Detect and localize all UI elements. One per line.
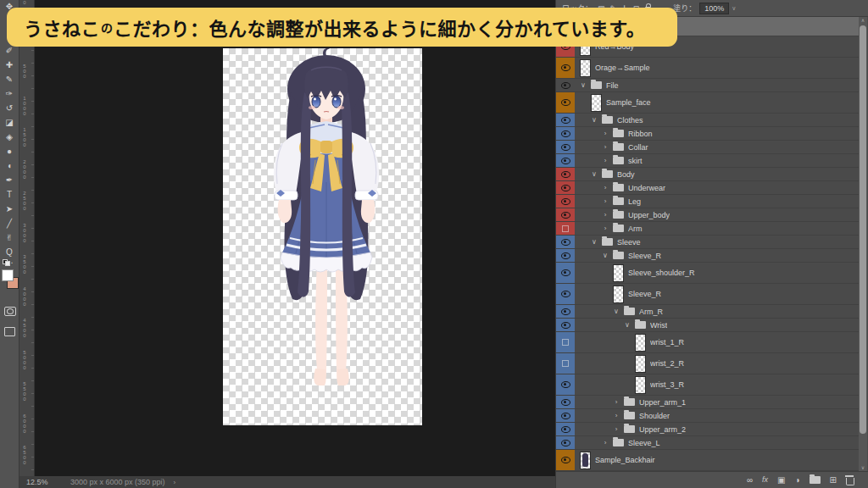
visibility-chip[interactable] (556, 332, 575, 352)
visibility-chip[interactable] (556, 141, 575, 153)
visibility-chip[interactable] (556, 436, 575, 449)
path-select-tool-icon[interactable]: ➤ (0, 203, 19, 215)
eye-hidden-icon[interactable] (562, 225, 569, 232)
default-colors-icon[interactable] (3, 259, 10, 265)
layer-row[interactable]: ›Underwear (556, 181, 859, 195)
document-canvas[interactable] (223, 48, 422, 425)
layer-row[interactable]: ›Arm (556, 222, 859, 236)
layer-row[interactable]: wrist_2_R (556, 353, 859, 374)
visibility-chip[interactable] (556, 409, 575, 422)
link-layers-icon[interactable]: ∞ (747, 476, 753, 485)
chevron-right-icon[interactable]: › (613, 425, 620, 433)
visibility-chip[interactable] (556, 114, 575, 126)
eye-visible-icon[interactable] (561, 185, 570, 191)
visibility-chip[interactable] (556, 92, 575, 113)
visibility-chip[interactable] (556, 423, 575, 435)
layer-row[interactable]: ∨Sleeve (556, 236, 859, 249)
layer-row[interactable]: ›Upper_arm_1 (556, 396, 859, 409)
layer-row[interactable]: ∨Body (556, 168, 859, 181)
chevron-down-icon[interactable]: ∨ (624, 321, 631, 329)
visibility-chip[interactable] (556, 319, 575, 331)
eye-visible-icon[interactable] (561, 440, 570, 446)
chevron-right-icon[interactable]: › (602, 157, 609, 164)
eye-visible-icon[interactable] (561, 99, 570, 106)
eye-hidden-icon[interactable] (562, 339, 569, 346)
eye-visible-icon[interactable] (561, 381, 570, 388)
layer-thumbnail[interactable] (580, 59, 591, 77)
eye-visible-icon[interactable] (561, 82, 570, 89)
delete-layer-icon[interactable] (846, 478, 854, 485)
eye-visible-icon[interactable] (561, 171, 570, 178)
chevron-right-icon[interactable]: › (602, 143, 609, 151)
eye-visible-icon[interactable] (561, 158, 570, 164)
chevron-right-icon[interactable]: › (613, 398, 620, 406)
layer-mask-icon[interactable]: ▣ (777, 476, 785, 485)
layer-row[interactable]: ›Ribbon (556, 127, 859, 141)
eye-visible-icon[interactable] (561, 291, 570, 297)
dodge-tool-icon[interactable]: ◖ (0, 160, 19, 172)
chevron-down-icon[interactable]: ∨ (602, 252, 609, 259)
layer-row[interactable]: Sample_Backhair (556, 450, 859, 471)
blur-tool-icon[interactable]: ● (0, 146, 19, 158)
visibility-chip[interactable] (556, 396, 575, 408)
layer-row[interactable]: ∨Arm_R (556, 305, 859, 319)
gradient-tool-icon[interactable]: ◈ (0, 131, 19, 143)
visibility-chip[interactable] (556, 353, 575, 374)
new-group-icon[interactable] (810, 476, 821, 484)
layer-row[interactable]: Sample_face (556, 92, 859, 114)
scroll-up-icon[interactable]: ∧ (859, 17, 867, 24)
visibility-chip[interactable] (556, 450, 575, 470)
chevron-down-icon[interactable]: ∨ (591, 116, 598, 124)
layer-thumbnail[interactable] (613, 286, 624, 303)
visibility-chip[interactable] (556, 181, 575, 194)
layer-thumbnail[interactable] (635, 334, 646, 352)
layer-thumbnail[interactable] (591, 94, 602, 112)
layers-scrollbar[interactable]: ∧ ∨ (859, 17, 867, 471)
chevron-right-icon[interactable]: › (602, 225, 609, 232)
zoom-level-field[interactable]: 12.5% (26, 478, 55, 486)
layer-row[interactable]: ›Collar (556, 141, 859, 154)
fill-value-field[interactable]: 100% (699, 3, 729, 14)
adjustment-layer-icon[interactable]: ◑ (795, 476, 800, 485)
chevron-right-icon[interactable]: › (602, 211, 609, 219)
visibility-chip[interactable] (556, 58, 575, 78)
eye-visible-icon[interactable] (561, 269, 570, 276)
chevron-down-icon[interactable]: ∨ (613, 308, 620, 315)
eye-visible-icon[interactable] (561, 239, 570, 246)
eye-visible-icon[interactable] (561, 457, 570, 463)
layer-row[interactable]: ›Shoulder (556, 409, 859, 423)
history-brush-tool-icon[interactable]: ↺ (0, 103, 19, 114)
visibility-chip[interactable] (556, 154, 575, 167)
layer-thumbnail[interactable] (635, 355, 646, 373)
layer-row[interactable]: ∨Clothes (556, 114, 859, 127)
layer-effects-icon[interactable]: fx (762, 476, 768, 484)
layer-row[interactable]: ›Leg (556, 195, 859, 208)
layer-row[interactable]: ›Sleeve_L (556, 436, 859, 450)
layer-row[interactable]: ∨Sleeve_R (556, 249, 859, 263)
layer-row[interactable]: Sleeve_shoulder_R (556, 263, 859, 284)
chevron-right-icon[interactable]: › (602, 197, 609, 205)
visibility-chip[interactable] (556, 374, 575, 395)
eye-visible-icon[interactable] (561, 64, 570, 71)
canvas-pasteboard[interactable] (35, 0, 555, 476)
layer-row[interactable]: wrist_3_R (556, 374, 859, 396)
visibility-chip[interactable] (556, 249, 575, 262)
layer-row[interactable]: Sleeve_R (556, 284, 859, 305)
eye-visible-icon[interactable] (561, 308, 570, 315)
spot-healing-tool-icon[interactable]: ✚ (0, 59, 19, 71)
line-tool-icon[interactable]: ╱ (0, 218, 19, 230)
visibility-chip[interactable] (556, 305, 575, 318)
chevron-down-icon[interactable]: ∨ (580, 81, 587, 89)
chevron-down-icon[interactable]: ∨ (591, 170, 598, 178)
layer-row[interactable]: wrist_1_R (556, 332, 859, 353)
eye-visible-icon[interactable] (561, 252, 570, 259)
visibility-chip[interactable] (556, 236, 575, 248)
hand-tool-icon[interactable]: ✌ (0, 232, 19, 244)
layer-thumbnail[interactable] (635, 376, 646, 394)
layer-thumbnail[interactable] (580, 452, 591, 469)
visibility-chip[interactable] (556, 168, 575, 180)
visibility-chip[interactable] (556, 222, 575, 235)
pen-tool-icon[interactable]: ✒ (0, 175, 19, 186)
clone-stamp-tool-icon[interactable]: ✑ (0, 88, 19, 100)
layer-row[interactable]: Orage→Sample (556, 58, 859, 79)
